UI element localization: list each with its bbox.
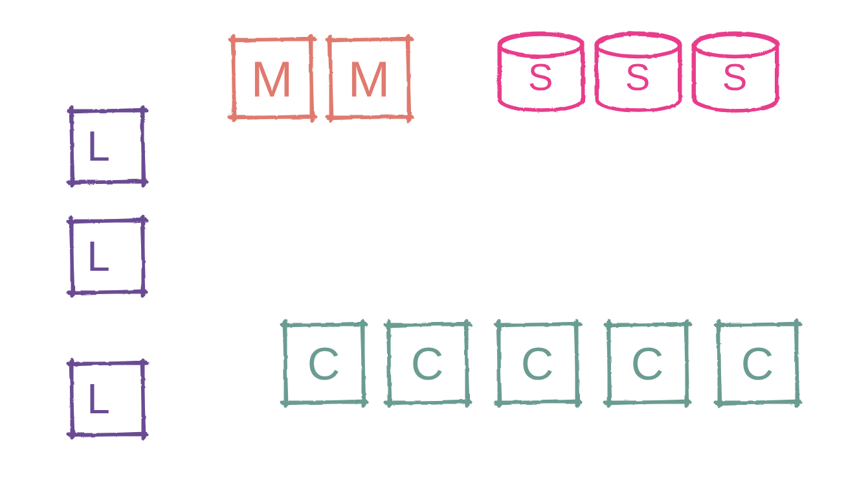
node-c-3-label: C xyxy=(631,339,664,389)
nodes: LLLMMSSSCCCCC xyxy=(67,32,800,438)
node-m-0-label: M xyxy=(251,51,293,108)
node-s-1-label: S xyxy=(625,56,651,98)
node-l-0-label: L xyxy=(87,123,110,170)
node-m-1-label: M xyxy=(348,51,390,108)
node-s-2-label: S xyxy=(722,56,748,98)
node-l-1-label: L xyxy=(87,233,110,280)
node-c-2-label: C xyxy=(521,339,554,389)
svg-point-34 xyxy=(694,34,776,56)
node-c-1-label: C xyxy=(411,339,444,389)
architecture-diagram: LLLMMSSSCCCCC xyxy=(0,0,868,480)
svg-point-22 xyxy=(500,34,582,56)
node-c-4-label: C xyxy=(741,339,774,389)
node-c-0-label: C xyxy=(307,339,340,389)
node-l-2-label: L xyxy=(87,376,110,422)
node-s-0-label: S xyxy=(528,56,553,98)
svg-point-28 xyxy=(597,34,679,56)
